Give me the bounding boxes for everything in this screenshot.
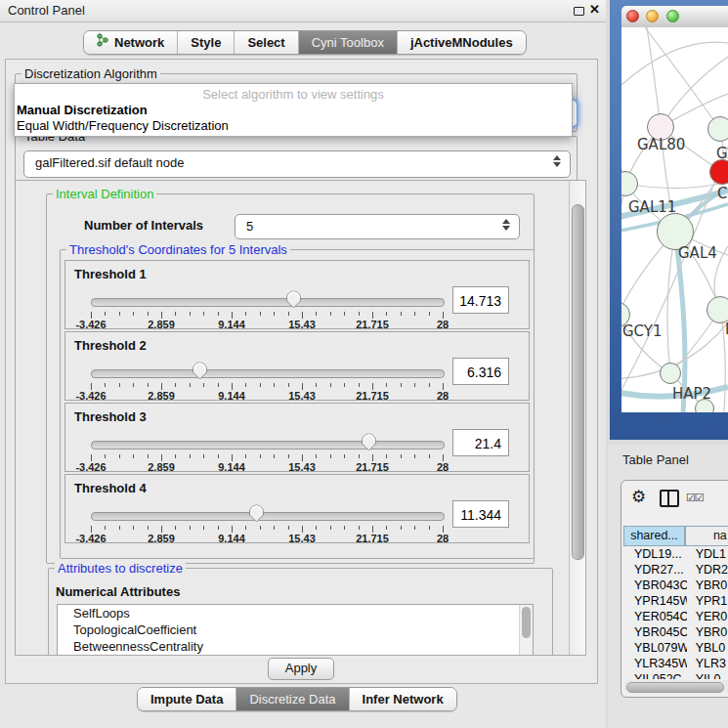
tick-label: 2.859: [148, 461, 175, 473]
tab-cyni-toolbox[interactable]: Cyni Toolbox: [299, 31, 398, 54]
table-panel-title: Table Panel: [622, 452, 689, 467]
tick-mark: [372, 526, 373, 533]
tick-label: 15.43: [288, 319, 316, 330]
attribute-list-item[interactable]: TopologicalCoefficient: [58, 621, 533, 638]
tab-jactivemnodules[interactable]: jActiveMNodules: [398, 31, 526, 54]
network-node-hap2[interactable]: [660, 363, 681, 384]
tab-infer-network[interactable]: Infer Network: [350, 688, 456, 710]
interval-definition-group: Interval Definition Number of Intervals …: [46, 193, 535, 564]
column-header-1[interactable]: shared...: [623, 526, 685, 546]
column-chooser-icon[interactable]: [660, 490, 679, 507]
threshold-value-field[interactable]: 14.713: [452, 286, 509, 314]
tick-mark: [330, 526, 331, 530]
tick-mark: [429, 383, 430, 387]
tick-mark: [443, 526, 444, 533]
slider-thumb[interactable]: [248, 504, 265, 523]
network-node[interactable]: [695, 399, 714, 412]
table-cell: YPR1: [687, 593, 728, 609]
float-window-icon[interactable]: [574, 7, 584, 16]
algorithm-option-2[interactable]: Equal Width/Frequency Discretization: [17, 118, 229, 133]
tab-style[interactable]: Style: [178, 31, 235, 54]
tick-label: 28: [437, 461, 449, 473]
settings-gear-icon[interactable]: ⚙: [631, 487, 646, 507]
table-row[interactable]: YDL19...YDL1: [623, 546, 728, 562]
table-cell: YBL0: [687, 640, 728, 656]
numerical-attributes-list[interactable]: SelfLoopsTopologicalCoefficientBetweenne…: [57, 604, 534, 656]
network-node-ga[interactable]: [707, 116, 728, 142]
tick-mark: [330, 312, 331, 316]
node-attribute-table[interactable]: shared...naYDL19...YDL1YDR27...YDR2YBR04…: [623, 526, 728, 679]
tick-mark: [218, 383, 219, 387]
slider-track[interactable]: [91, 369, 445, 378]
tab-impute-data[interactable]: Impute Data: [138, 688, 236, 710]
slider-tick-labels: -3.4262.8599.14415.4321.71528: [91, 319, 444, 331]
tick-mark: [386, 383, 387, 387]
table-row[interactable]: YBR045CYBR0: [623, 624, 728, 640]
control-panel-titlebar: Control Panel ✕: [0, 0, 606, 22]
scrollbar-thumb[interactable]: [626, 682, 724, 693]
slider-track[interactable]: [91, 298, 445, 307]
table-row[interactable]: YBL079WYBL0: [623, 640, 728, 656]
algorithm-option-1[interactable]: Manual Discretization: [17, 103, 148, 117]
tick-mark: [161, 526, 162, 533]
zoom-traffic-light-icon[interactable]: [666, 10, 679, 22]
list-scrollbar[interactable]: [519, 605, 533, 656]
slider-track[interactable]: [91, 512, 445, 521]
tab-network[interactable]: Network: [84, 31, 178, 54]
tick-mark: [359, 312, 360, 316]
table-row[interactable]: YIL052CYIL0: [623, 671, 728, 679]
tick-mark: [302, 526, 303, 533]
select-checkboxes-icon[interactable]: ☑☑: [686, 492, 704, 504]
scrollbar-thumb[interactable]: [522, 607, 531, 638]
table-row[interactable]: YBR043CYBR0: [623, 578, 728, 593]
tick-mark: [203, 454, 204, 458]
table-row[interactable]: YER054CYER0: [623, 609, 728, 624]
threshold-value-field[interactable]: 11.344: [452, 500, 509, 528]
table-horizontal-scrollbar[interactable]: [623, 680, 728, 692]
attribute-list-item[interactable]: BetweennessCentrality: [58, 638, 533, 655]
apply-button[interactable]: Apply: [268, 658, 334, 680]
threshold-label: Threshold 4: [74, 481, 147, 495]
attribute-list-item[interactable]: SelfLoops: [58, 605, 533, 621]
settings-scrollpane: Interval Definition Number of Intervals …: [15, 180, 586, 656]
top-tab-bar: NetworkStyleSelectCyni ToolboxjActiveMNo…: [83, 30, 527, 55]
tick-mark: [316, 312, 317, 316]
tick-mark: [359, 526, 360, 530]
tick-mark: [245, 312, 246, 316]
threshold-panel-3: Threshold 3-3.4262.8599.14415.4321.71528…: [64, 403, 530, 472]
threshold-value-field[interactable]: 6.316: [452, 358, 509, 385]
minimize-traffic-light-icon[interactable]: [646, 10, 659, 22]
network-node-h[interactable]: [707, 296, 728, 323]
tab-discretize-data[interactable]: Discretize Data: [236, 688, 349, 710]
tick-mark: [386, 312, 387, 316]
table-data-combobox[interactable]: galFiltered.sif default node: [23, 150, 571, 178]
pane-scrollbar[interactable]: [569, 181, 586, 655]
network-node-c[interactable]: [709, 159, 728, 185]
tick-mark: [119, 526, 120, 530]
bottom-tab-bar: Impute DataDiscretize DataInfer Network: [137, 687, 457, 711]
threshold-panel-2: Threshold 2-3.4262.8599.14415.4321.71528…: [64, 331, 530, 401]
tick-mark: [218, 454, 219, 458]
table-row[interactable]: YLR345WYLR3: [623, 656, 728, 671]
close-traffic-light-icon[interactable]: [626, 10, 639, 22]
tick-mark: [401, 526, 402, 530]
slider-thumb[interactable]: [285, 290, 302, 309]
tick-mark: [133, 526, 134, 530]
table-panel-region: Table Panel ⚙ ☑☑ shared...naYDL19...YDL1…: [608, 445, 728, 728]
tick-label: 21.715: [356, 319, 389, 330]
table-row[interactable]: YDR27...YDR2: [623, 562, 728, 578]
column-header-2[interactable]: na: [685, 526, 728, 546]
tick-label: -3.426: [75, 390, 106, 402]
tick-mark: [288, 383, 289, 387]
threshold-value-field[interactable]: 21.4: [452, 429, 509, 456]
slider-thumb[interactable]: [192, 362, 208, 380]
number-of-intervals-spinner[interactable]: 5: [235, 214, 520, 239]
tick-mark: [288, 454, 289, 458]
table-row[interactable]: YPR145WYPR1: [623, 593, 728, 609]
slider-thumb[interactable]: [361, 433, 377, 451]
scrollbar-thumb[interactable]: [572, 204, 584, 560]
network-canvas[interactable]: GAL80GACGAL11GAL4GCY1HHAP2: [621, 27, 728, 412]
slider-track[interactable]: [91, 441, 445, 450]
tab-select[interactable]: Select: [235, 31, 298, 54]
close-icon[interactable]: ✕: [589, 2, 600, 17]
